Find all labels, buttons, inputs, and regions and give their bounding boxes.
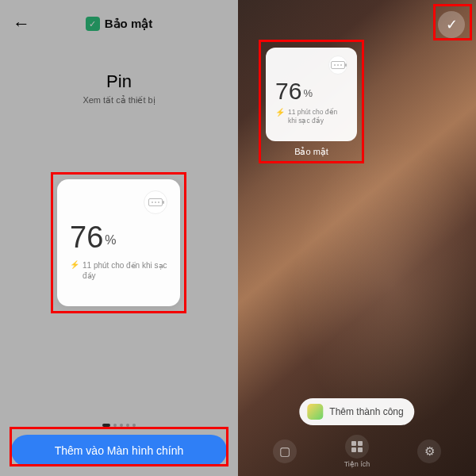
page-dot [113,424,117,427]
cta-label: Thêm vào Màn hình chính [55,444,184,457]
battery-percent: 76 % [275,79,347,103]
bottom-dock: ▢ Tiện ích ⚙ [238,435,476,468]
placed-battery-widget[interactable]: 76 % ⚡ 11 phút cho đến khi sạc đầy [266,48,357,141]
charging-text: 11 phút cho đến khi sạc đầy [288,108,347,125]
dock-settings[interactable]: ⚙ [417,440,441,463]
security-app-icon: ✓ [86,17,100,31]
lightning-icon: ⚡ [275,108,285,117]
confirm-button[interactable]: ✓ [438,11,465,38]
section-header: Pin Xem tất cả thiết bị [0,71,238,106]
section-title: Pin [0,71,238,92]
page-indicator [0,424,238,427]
dock-widgets[interactable]: Tiện ích [344,435,370,468]
dock-label: Tiện ích [344,460,370,468]
charging-status: ⚡ 11 phút cho đến khi sạc đầy [70,260,167,281]
page-dot [132,424,136,427]
picture-icon: ▢ [273,440,297,463]
top-bar: ← ✓ Bảo mật [0,0,238,48]
battery-icon [328,56,347,75]
app-title: Bảo mật [105,17,153,31]
lightning-icon: ⚡ [70,260,79,269]
percent-value: 76 [275,79,301,103]
checkmark-icon: ✓ [446,16,458,33]
percent-sign: % [303,87,313,99]
percent-value: 76 [70,222,103,252]
page-dot [126,424,129,427]
app-title-group: ✓ Bảo mật [0,17,238,31]
gear-icon: ⚙ [417,440,441,463]
add-to-homescreen-button[interactable]: Thêm vào Màn hình chính [11,435,227,466]
charging-status: ⚡ 11 phút cho đến khi sạc đầy [275,108,347,125]
percent-sign: % [105,233,116,248]
page-dot [102,424,110,427]
widget-preview-screen: ← ✓ Bảo mật Pin Xem tất cả thiết bị 76 %… [0,0,238,476]
success-toast: Thêm thành công [299,398,414,425]
widget-label: Bảo mật [266,147,357,157]
battery-widget-preview[interactable]: 76 % ⚡ 11 phút cho đến khi sạc đầy [57,179,180,306]
dock-wallpaper[interactable]: ▢ [273,440,297,463]
widgets-icon [345,435,369,459]
section-subtitle: Xem tất cả thiết bị [0,95,238,106]
page-dot [120,424,123,427]
homescreen-edit: ✓ 76 % ⚡ 11 phút cho đến khi sạc đầy Bảo… [238,0,476,476]
toast-text: Thêm thành công [329,406,403,417]
battery-icon [144,190,167,214]
charging-text: 11 phút cho đến khi sạc đầy [83,260,167,281]
battery-percent: 76 % [70,222,167,252]
toast-icon [307,404,323,420]
